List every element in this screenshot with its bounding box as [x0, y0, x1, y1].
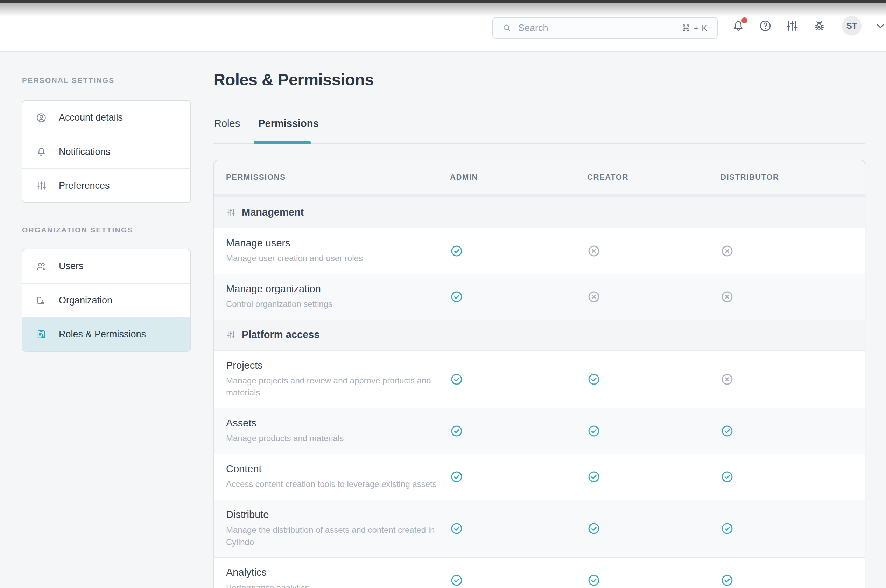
permission-description: Manage user creation and user roles — [226, 252, 442, 265]
permission-allowed-check-icon — [721, 424, 734, 438]
account-menu-button[interactable] — [874, 20, 886, 32]
sliders-icon — [226, 208, 236, 217]
sliders-icon — [36, 180, 47, 191]
permission-denied-x-icon — [587, 290, 600, 303]
permission-denied-x-icon — [721, 244, 734, 258]
permissions-table-body: Management Manage users Manage user crea… — [214, 197, 865, 588]
permission-section-row: Platform access — [214, 320, 865, 350]
creator-status-cell — [575, 373, 708, 386]
sliders-icon — [785, 19, 799, 33]
tab-permissions[interactable]: Permissions — [257, 118, 319, 129]
admin-status-cell — [442, 373, 575, 386]
organization-settings-card: Users Organization — [22, 249, 191, 352]
notifications-button[interactable] — [731, 19, 745, 33]
permission-row: Analytics Performance analytics — [214, 557, 865, 588]
permission-allowed-check-icon — [587, 470, 600, 483]
avatar[interactable]: ST — [842, 16, 862, 36]
sidebar-item-label: Preferences — [59, 180, 110, 191]
permission-title: Analytics — [226, 567, 442, 578]
tab-roles[interactable]: Roles — [214, 118, 241, 129]
bug-icon — [812, 19, 826, 33]
help-button[interactable] — [758, 19, 772, 33]
permission-row: Content Access content creation tools to… — [214, 454, 865, 500]
admin-status-cell — [442, 470, 575, 483]
debug-button[interactable] — [812, 19, 826, 33]
admin-status-cell — [442, 522, 575, 535]
permission-denied-x-icon — [721, 290, 734, 303]
admin-status-cell — [442, 424, 575, 438]
distributor-status-cell — [708, 522, 865, 535]
users-icon — [36, 261, 47, 272]
permission-allowed-check-icon — [450, 290, 463, 303]
permission-allowed-check-icon — [450, 574, 463, 587]
permission-allowed-check-icon — [450, 373, 463, 386]
header-divider-band — [214, 194, 865, 197]
roles-clipboard-icon — [36, 328, 47, 340]
permission-row: Manage users Manage user creation and us… — [214, 228, 865, 274]
permission-allowed-check-icon — [450, 470, 463, 483]
creator-status-cell — [575, 424, 708, 438]
sidebar-item-roles-permissions[interactable]: Roles & Permissions — [23, 317, 190, 351]
sidebar-item-label: Notifications — [59, 147, 110, 158]
permission-title: Manage users — [226, 237, 442, 249]
sidebar-item-users[interactable]: Users — [23, 249, 190, 283]
bell-icon — [36, 146, 47, 158]
permission-description: Manage projects and review and approve p… — [226, 375, 442, 399]
app-header: Search ⌘ + K — [0, 0, 886, 52]
permission-description: Manage products and materials — [226, 432, 442, 445]
permission-row: Assets Manage products and materials — [214, 408, 865, 454]
sidebar-item-label: Account details — [59, 112, 123, 123]
distributor-status-cell — [708, 470, 865, 483]
permission-name-cell: Projects Manage projects and review and … — [214, 351, 442, 408]
permission-title: Content — [226, 463, 442, 475]
search-input[interactable]: Search ⌘ + K — [492, 17, 718, 39]
permission-name-cell: Content Access content creation tools to… — [214, 454, 442, 500]
distributor-status-cell — [708, 424, 865, 438]
permission-name-cell: Distribute Manage the distribution of as… — [214, 500, 442, 558]
sidebar-item-account-details[interactable]: Account details — [23, 100, 190, 135]
permission-allowed-check-icon — [587, 522, 600, 535]
creator-status-cell — [575, 574, 708, 587]
permission-allowed-check-icon — [721, 574, 734, 587]
creator-status-cell — [575, 244, 708, 258]
help-icon — [759, 19, 772, 33]
sliders-icon — [226, 330, 236, 339]
tabs: Roles Permissions — [214, 118, 319, 129]
distributor-status-cell — [708, 373, 865, 386]
permission-name-cell: Analytics Performance analytics — [214, 558, 442, 588]
admin-status-cell — [442, 244, 575, 258]
top-dark-bar — [0, 0, 886, 3]
settings-button[interactable] — [785, 19, 799, 33]
distributor-status-cell — [708, 244, 865, 258]
sidebar-item-organization[interactable]: Organization — [23, 283, 190, 317]
sidebar-item-label: Roles & Permissions — [59, 329, 146, 340]
permission-row: Projects Manage projects and review and … — [214, 350, 865, 408]
admin-status-cell — [442, 290, 575, 303]
search-shortcut: ⌘ + K — [681, 23, 708, 33]
notification-dot — [742, 18, 748, 23]
permission-allowed-check-icon — [450, 244, 463, 258]
personal-settings-card: Account details Notifications Preference… — [22, 100, 191, 203]
permission-title: Manage organization — [226, 283, 442, 295]
sidebar-item-notifications[interactable]: Notifications — [23, 135, 190, 168]
distributor-status-cell — [708, 290, 865, 303]
permission-denied-x-icon — [587, 244, 600, 258]
sidebar-item-preferences[interactable]: Preferences — [23, 168, 190, 202]
page-title: Roles & Permissions — [214, 70, 374, 89]
column-header-admin: ADMIN — [442, 173, 575, 182]
distributor-status-cell — [708, 574, 865, 587]
section-label: Platform access — [242, 329, 319, 340]
permission-name-cell: Assets Manage products and materials — [214, 408, 442, 454]
creator-status-cell — [575, 522, 708, 535]
permission-name-cell: Manage users Manage user creation and us… — [214, 228, 442, 274]
permission-description: Control organization settings — [226, 298, 442, 310]
tabs-divider — [214, 143, 865, 144]
permission-name-cell: Manage organization Control organization… — [214, 274, 442, 320]
sidebar-item-label: Organization — [59, 295, 112, 306]
permission-title: Projects — [226, 360, 442, 371]
sidebar-item-label: Users — [59, 261, 84, 272]
personal-settings-label: PERSONAL SETTINGS — [22, 76, 115, 85]
creator-status-cell — [575, 470, 708, 483]
active-tab-underline — [254, 141, 311, 144]
permission-title: Assets — [226, 417, 442, 429]
